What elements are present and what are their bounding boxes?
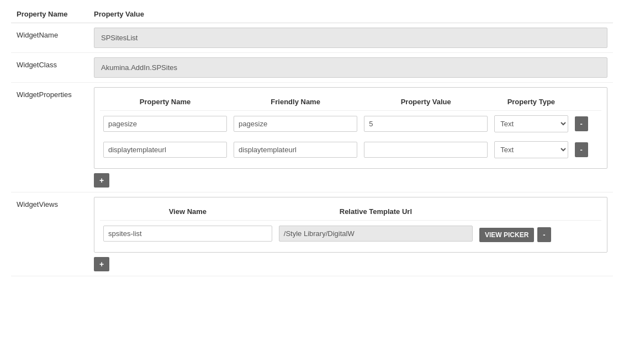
input-widget-class: Akumina.AddIn.SPSites xyxy=(94,57,607,78)
wp-row2-friendly-name-input[interactable] xyxy=(234,142,357,158)
table-header-row: Property Name Property Value xyxy=(11,6,613,23)
wp-row2-remove-button[interactable]: - xyxy=(575,142,588,157)
wp-row2-property-type-cell: Text Number Boolean Date xyxy=(491,137,571,163)
wv-row1-view-name-cell xyxy=(100,221,276,247)
header-property-name: Property Name xyxy=(11,6,88,23)
wv-row1-remove-button[interactable]: - xyxy=(537,227,551,242)
wp-header-row: Property Name Friendly Name Property Val… xyxy=(100,93,601,111)
table-row-widget-class: WidgetClass Akumina.AddIn.SPSites xyxy=(11,53,613,83)
widget-properties-table: Property Name Friendly Name Property Val… xyxy=(100,93,601,163)
wv-header-row: View Name Relative Template Url xyxy=(100,203,601,221)
wp-header-property-value: Property Value xyxy=(361,93,491,111)
wv-row1-relative-url-cell xyxy=(276,221,476,247)
main-container: Property Name Property Value WidgetName … xyxy=(0,0,624,364)
table-row-widget-views: WidgetViews View Name Relative Template … xyxy=(11,192,613,276)
wp-header-property-type: Property Type xyxy=(491,93,571,111)
wp-row2-property-name-input[interactable] xyxy=(103,142,227,158)
wp-row-2: Text Number Boolean Date - xyxy=(100,137,601,163)
wv-header-actions xyxy=(476,203,601,221)
wp-row1-friendly-name-cell xyxy=(230,111,361,137)
wv-row1-view-picker-button[interactable]: VIEW PICKER xyxy=(479,228,534,242)
table-row-widget-properties: WidgetProperties Property Name Friendly … xyxy=(11,83,613,192)
input-widget-name: SPSitesList xyxy=(94,28,607,48)
wp-row1-property-value-cell xyxy=(361,111,491,137)
value-widget-views: View Name Relative Template Url xyxy=(88,192,613,276)
wp-row2-property-type-select[interactable]: Text Number Boolean Date xyxy=(494,141,568,158)
value-widget-class: Akumina.AddIn.SPSites xyxy=(88,53,613,83)
widget-views-container: View Name Relative Template Url xyxy=(94,197,607,253)
wv-add-button[interactable]: + xyxy=(94,257,109,271)
label-widget-name: WidgetName xyxy=(11,23,88,53)
widget-properties-container: Property Name Friendly Name Property Val… xyxy=(94,87,607,169)
wp-row1-actions-cell: - xyxy=(572,111,602,137)
wp-row1-property-type-select[interactable]: Text Number Boolean Date xyxy=(494,115,568,132)
wv-header-relative-url: Relative Template Url xyxy=(276,203,476,221)
value-widget-name: SPSitesList xyxy=(88,23,613,53)
wp-row2-property-value-input[interactable] xyxy=(364,142,488,158)
wp-row1-property-name-input[interactable] xyxy=(103,116,227,132)
wp-row1-property-value-input[interactable] xyxy=(364,116,488,132)
wp-header-friendly-name: Friendly Name xyxy=(230,93,361,111)
value-widget-properties: Property Name Friendly Name Property Val… xyxy=(88,83,613,192)
wv-row-1: VIEW PICKER - xyxy=(100,221,601,247)
outer-property-table: Property Name Property Value WidgetName … xyxy=(11,6,613,276)
wp-row1-remove-button[interactable]: - xyxy=(575,116,588,131)
widget-views-table: View Name Relative Template Url xyxy=(100,203,601,247)
wp-row2-friendly-name-cell xyxy=(230,137,361,163)
wp-row2-actions-cell: - xyxy=(572,137,602,163)
wp-row1-property-type-cell: Text Number Boolean Date xyxy=(491,111,571,137)
wp-row2-property-name-cell xyxy=(100,137,230,163)
wp-row2-property-value-cell xyxy=(361,137,491,163)
table-row-widget-name: WidgetName SPSitesList xyxy=(11,23,613,53)
wv-header-view-name: View Name xyxy=(100,203,276,221)
wv-row1-view-name-input[interactable] xyxy=(103,226,272,242)
label-widget-class: WidgetClass xyxy=(11,53,88,83)
header-property-value: Property Value xyxy=(88,6,613,23)
wp-header-actions xyxy=(572,93,602,111)
wp-row-1: Text Number Boolean Date - xyxy=(100,111,601,137)
label-widget-properties: WidgetProperties xyxy=(11,83,88,192)
wv-row1-relative-url-input[interactable] xyxy=(279,226,473,242)
wv-row1-actions-cell: VIEW PICKER - xyxy=(476,221,507,247)
wp-add-button[interactable]: + xyxy=(94,173,109,188)
label-widget-views: WidgetViews xyxy=(11,192,88,276)
wp-row1-friendly-name-input[interactable] xyxy=(234,116,357,132)
wp-row1-property-name-cell xyxy=(100,111,230,137)
wp-header-property-name: Property Name xyxy=(100,93,230,111)
